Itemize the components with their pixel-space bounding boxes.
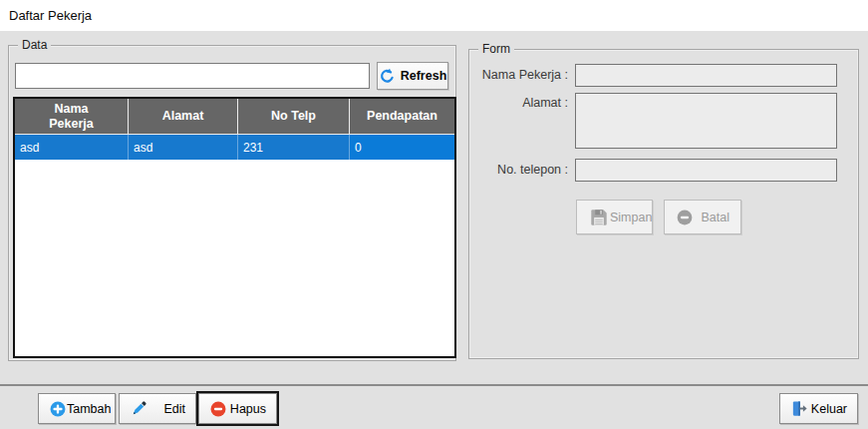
- refresh-button-label: Refresh: [401, 69, 447, 83]
- edit-button-label: Edit: [163, 402, 185, 416]
- refresh-icon: [379, 68, 396, 85]
- batal-button-label: Batal: [702, 211, 730, 224]
- tambah-button[interactable]: Tambah: [38, 393, 116, 424]
- main-panel: Data Refresh Nama Pekerja Alamat No Telp…: [0, 31, 868, 384]
- refresh-button[interactable]: Refresh: [377, 62, 448, 90]
- cell-alamat[interactable]: asd: [129, 135, 238, 160]
- table-row-selected[interactable]: asd asd 231 0: [15, 135, 454, 160]
- hapus-button-label: Hapus: [230, 402, 266, 416]
- cell-pendapatan[interactable]: 0: [350, 135, 454, 160]
- data-groupbox-label: Data: [18, 38, 51, 52]
- cancel-minus-icon: [676, 209, 694, 226]
- edit-button[interactable]: Edit: [119, 393, 196, 424]
- column-header-pendapatan[interactable]: Pendapatan: [350, 99, 454, 134]
- delete-minus-icon: [209, 400, 227, 418]
- workers-table: Nama Pekerja Alamat No Telp Pendapatan a…: [13, 97, 456, 358]
- window-titlebar: Daftar Pekerja: [0, 0, 868, 31]
- hapus-button[interactable]: Hapus: [198, 393, 277, 424]
- column-header-no-telp[interactable]: No Telp: [238, 99, 350, 134]
- data-groupbox: Data Refresh Nama Pekerja Alamat No Telp…: [8, 45, 456, 361]
- alamat-field[interactable]: [575, 93, 837, 149]
- search-input[interactable]: [15, 63, 370, 89]
- nama-pekerja-label: Nama Pekerja :: [469, 68, 568, 82]
- save-floppy-icon: [588, 207, 610, 228]
- add-plus-icon: [49, 400, 67, 418]
- keluar-button-label: Keluar: [811, 402, 847, 416]
- nama-pekerja-field[interactable]: [575, 64, 837, 87]
- simpan-button-label: Simpan: [610, 211, 652, 224]
- cell-nama-pekerja[interactable]: asd: [15, 135, 129, 160]
- page-title: Daftar Pekerja: [9, 8, 92, 23]
- keluar-button[interactable]: Keluar: [779, 393, 858, 424]
- pencil-icon: [130, 400, 147, 418]
- column-header-alamat[interactable]: Alamat: [129, 99, 238, 134]
- form-groupbox: Form Nama Pekerja : Alamat : No. telepon…: [468, 49, 859, 359]
- simpan-button[interactable]: Simpan: [576, 200, 653, 234]
- column-header-nama-pekerja[interactable]: Nama Pekerja: [15, 99, 129, 134]
- tambah-button-label: Tambah: [67, 402, 111, 416]
- no-telepon-field[interactable]: [575, 159, 837, 182]
- bottom-toolbar: Tambah Edit Hapus: [0, 384, 868, 429]
- form-groupbox-label: Form: [478, 42, 514, 56]
- exit-door-icon: [790, 399, 809, 418]
- alamat-label: Alamat :: [469, 96, 568, 110]
- cell-no-telp[interactable]: 231: [238, 135, 350, 160]
- table-header-row: Nama Pekerja Alamat No Telp Pendapatan: [15, 99, 454, 135]
- no-telepon-label: No. telepon :: [469, 163, 568, 177]
- batal-button[interactable]: Batal: [664, 200, 741, 234]
